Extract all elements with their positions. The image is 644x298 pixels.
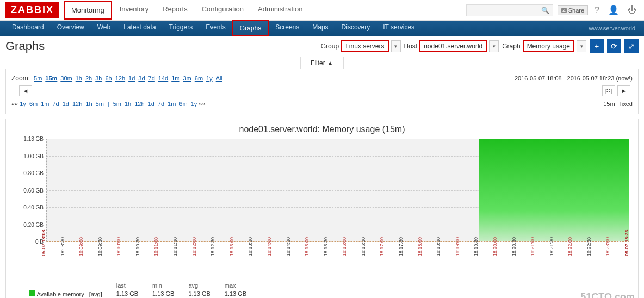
subnav-screens[interactable]: Screens	[269, 20, 306, 36]
host-label: Host	[404, 42, 418, 50]
xtick: 18:12:30	[210, 237, 215, 256]
zoom-2h[interactable]: 2h	[85, 75, 92, 82]
shift-right-suffix: »»	[199, 101, 205, 107]
xtick: 18:16:00	[342, 237, 347, 256]
topnav-configuration[interactable]: Configuration	[195, 1, 250, 20]
subnav-events[interactable]: Events	[199, 20, 232, 36]
ytick: 0 B	[12, 239, 44, 245]
zoom-All[interactable]: All	[216, 75, 222, 82]
zoom-1y[interactable]: 1y	[206, 75, 213, 82]
zoom-30m[interactable]: 30m	[60, 75, 72, 82]
zoom-6h[interactable]: 6h	[105, 75, 112, 82]
zoom-15m[interactable]: 15m	[45, 75, 57, 82]
shift-shift-right-1h[interactable]: 1h	[125, 101, 131, 107]
shift-shift-left-7d[interactable]: 7d	[52, 101, 59, 107]
zoom-7d[interactable]: 7d	[148, 75, 155, 82]
xtick: 18:14:00	[267, 237, 272, 256]
legend-hdr-max: max	[218, 282, 253, 289]
subnav-dashboard[interactable]: Dashboard	[5, 20, 51, 36]
group-select[interactable]: Linux servers	[341, 40, 388, 52]
shift-shift-right-7d[interactable]: 7d	[158, 101, 164, 107]
zoom-3h[interactable]: 3h	[95, 75, 102, 82]
subnav-triggers[interactable]: Triggers	[163, 20, 200, 36]
ytick: 0.60 GB	[12, 187, 44, 193]
shift-shift-left-5m[interactable]: 5m	[96, 101, 104, 107]
shift-shift-right-1m[interactable]: 1m	[168, 101, 176, 107]
xtick: 18:09:00	[78, 237, 84, 256]
zoom-14d[interactable]: 14d	[158, 75, 168, 82]
graph-select[interactable]: Memory usage	[523, 40, 574, 52]
xtick: 18:18:00	[417, 237, 423, 256]
topnav-reports[interactable]: Reports	[156, 1, 194, 20]
filter-toggle[interactable]: Filter ▲	[300, 57, 344, 69]
xtick: 18:12:00	[191, 237, 197, 256]
nav-left-button[interactable]: ◄	[19, 85, 32, 96]
share-button[interactable]: ZShare	[558, 5, 588, 15]
subnav-graphs[interactable]: Graphs	[232, 20, 269, 36]
shift-shift-right-5m[interactable]: 5m	[113, 101, 121, 107]
time-range: 2016-05-07 18:08 - 2016-05-07 18:23 (now…	[515, 75, 633, 82]
chevron-down-icon[interactable]: ▾	[489, 40, 499, 52]
shift-shift-left-1y[interactable]: 1y	[20, 101, 26, 107]
period-label: 15m	[603, 101, 615, 107]
shift-shift-right-1d[interactable]: 1d	[148, 101, 154, 107]
shift-left-prefix: ««	[11, 101, 18, 107]
subnav-it-services[interactable]: IT services	[376, 20, 421, 36]
nav-mid-button[interactable]: |∷|	[602, 85, 615, 96]
help-icon[interactable]: ?	[592, 5, 602, 15]
fullscreen-button[interactable]: ⤢	[624, 39, 639, 53]
search-input[interactable]: 🔍	[466, 4, 553, 16]
xtick: 18:16:30	[361, 237, 366, 256]
shift-shift-right-1y[interactable]: 1y	[191, 101, 197, 107]
zoom-3d[interactable]: 3d	[138, 75, 145, 82]
zoom-3m[interactable]: 3m	[183, 75, 191, 82]
shift-shift-left-12h[interactable]: 12h	[72, 101, 82, 107]
zoom-1m[interactable]: 1m	[171, 75, 179, 82]
watermark: 51CTO.com 技术博客 Blog	[580, 292, 635, 298]
xtick: 18:14:30	[286, 237, 291, 256]
zoom-5m[interactable]: 5m	[34, 75, 42, 82]
topnav-inventory[interactable]: Inventory	[113, 1, 155, 20]
legend-min: 1.13 GB	[146, 290, 181, 297]
brand-logo[interactable]: ZABBIX	[5, 2, 59, 18]
nav-right-button[interactable]: ►	[617, 85, 630, 96]
shift-shift-right-6m[interactable]: 6m	[179, 101, 187, 107]
legend-hdr-min: min	[146, 282, 181, 289]
zoom-1d[interactable]: 1d	[128, 75, 135, 82]
legend-last: 1.13 GB	[110, 290, 145, 297]
chevron-down-icon[interactable]: ▾	[391, 40, 401, 52]
hostname-label: www.server.world	[589, 25, 639, 32]
topnav-administration[interactable]: Administration	[251, 1, 309, 20]
xtick: 18:10:00	[116, 237, 121, 256]
shift-shift-left-1m[interactable]: 1m	[41, 101, 49, 107]
refresh-button[interactable]: ⟳	[607, 39, 621, 53]
shift-shift-right-12h[interactable]: 12h	[134, 101, 144, 107]
zoom-6m[interactable]: 6m	[195, 75, 203, 82]
chart-plot[interactable]: 1.13 GB1.00 GB0.80 GB0.60 GB0.40 GB0.20 …	[46, 139, 629, 258]
xtick: 18:09:30	[97, 237, 103, 256]
shift-shift-left-1d[interactable]: 1d	[63, 101, 69, 107]
topnav-monitoring[interactable]: Monitoring	[64, 1, 112, 20]
xtick: 18:08:30	[60, 237, 65, 256]
xtick: 18:19:00	[455, 237, 460, 256]
subnav-latest-data[interactable]: Latest data	[117, 20, 162, 36]
subnav-overview[interactable]: Overview	[51, 20, 91, 36]
power-icon[interactable]: ⏻	[626, 5, 639, 15]
zoom-1h[interactable]: 1h	[76, 75, 82, 82]
chevron-down-icon[interactable]: ▾	[577, 40, 586, 52]
zoom-12h[interactable]: 12h	[115, 75, 125, 82]
group-label: Group	[321, 42, 339, 50]
add-button[interactable]: +	[590, 39, 604, 53]
subnav-maps[interactable]: Maps	[306, 20, 335, 36]
shift-shift-left-6m[interactable]: 6m	[29, 101, 38, 107]
host-select[interactable]: node01.server.world	[419, 40, 487, 52]
xtick: 18:20:30	[511, 237, 517, 256]
subnav-discovery[interactable]: Discovery	[335, 20, 377, 36]
shift-shift-left-1h[interactable]: 1h	[85, 101, 92, 107]
period-mode: fixed	[620, 101, 633, 107]
xtick: 18:22:00	[567, 237, 573, 256]
subnav-web[interactable]: Web	[91, 20, 117, 36]
xtick: 18:22:30	[586, 237, 592, 256]
user-icon[interactable]: 👤	[606, 5, 621, 15]
legend-avg: 1.13 GB	[182, 290, 216, 297]
